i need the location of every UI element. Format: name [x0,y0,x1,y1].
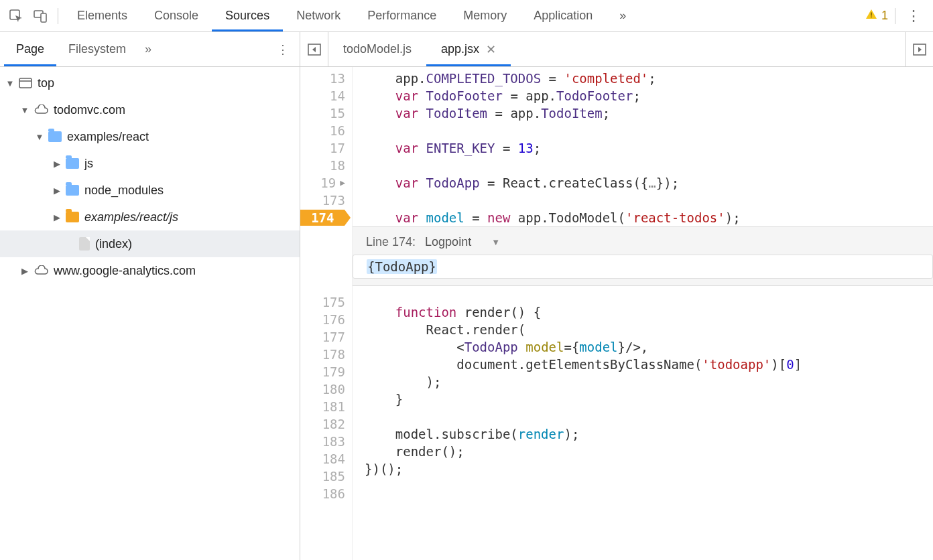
tree-label: www.google-analytics.com [54,264,196,278]
line-number[interactable]: 15 [321,104,345,122]
breakpoint-line-label: Line 174: [366,235,416,249]
line-number[interactable]: 17 [321,139,345,157]
svg-rect-3 [871,13,872,16]
breakpoint-editor: Line 174: Logpoint ▼ {TodoApp} [353,226,933,286]
main-tabs: Elements Console Sources Network Perform… [0,0,933,32]
disclosure-triangle-icon[interactable]: ▶ [52,186,62,196]
tab-elements[interactable]: Elements [64,0,141,31]
line-gutter[interactable]: 13 14 15 16 17 18 19▶ 173 174 175 176 17… [300,67,353,560]
close-icon[interactable]: ✕ [486,42,496,57]
code-editor[interactable]: 13 14 15 16 17 18 19▶ 173 174 175 176 17… [300,67,933,560]
line-number[interactable]: 16 [321,122,345,139]
line-number[interactable]: 18 [321,157,345,174]
folder-icon [66,212,79,222]
tab-console[interactable]: Console [141,0,212,31]
tree-domain[interactable]: ▼ todomvc.com [0,96,300,123]
tab-label: app.jsx [441,42,479,56]
line-number[interactable]: 176 [321,311,345,328]
frame-icon [19,78,32,88]
tab-application[interactable]: Application [520,0,606,31]
tree-label: examples/react/js [84,210,178,224]
breakpoint-type-dropdown[interactable]: Logpoint ▼ [425,235,500,249]
divider [895,8,895,24]
line-number[interactable]: 14 [321,87,345,104]
line-number[interactable]: 175 [321,293,345,311]
tree-label: (index) [95,237,132,251]
tree-label: node_modules [84,184,164,198]
tab-memory[interactable]: Memory [450,0,520,31]
cloud-icon [34,265,48,276]
input-value: {TodoApp} [367,259,437,274]
disclosure-triangle-icon[interactable]: ▶ [20,266,29,276]
nav-back-icon[interactable] [300,32,328,66]
tab-performance[interactable]: Performance [354,0,450,31]
navigator-sidebar: Page Filesystem » ⋮ ▼ top ▼ todomvc.com [0,32,300,560]
line-number[interactable]: 186 [321,485,345,502]
navigator-tabs: Page Filesystem » ⋮ [0,32,300,67]
disclosure-triangle-icon[interactable]: ▼ [35,132,44,142]
device-toggle-icon[interactable] [28,0,52,31]
tree-folder-node-modules[interactable]: ▶ node_modules [0,177,300,204]
chevron-down-icon: ▼ [491,237,500,247]
divider [58,8,58,24]
tab-sources[interactable]: Sources [212,0,283,31]
editor-tab-todomodel[interactable]: todoModel.js [328,32,426,66]
tree-label: todomvc.com [54,103,125,117]
line-number[interactable]: 182 [321,415,345,433]
line-number[interactable]: 184 [321,450,345,468]
cloud-icon [34,104,48,115]
tab-label: todoModel.js [343,42,412,56]
line-number[interactable]: 185 [321,468,345,485]
editor-tab-appjsx[interactable]: app.jsx ✕ [426,32,511,66]
settings-kebab-icon[interactable]: ⋮ [902,7,925,25]
tree-folder-sourcemapped[interactable]: ▶ examples/react/js [0,204,300,230]
folder-icon [48,131,62,142]
editor-tabs: todoModel.js app.jsx ✕ [300,32,933,67]
warning-count-value: 1 [881,9,888,23]
navigator-tabs-overflow[interactable]: » [138,42,158,56]
line-number[interactable]: 178 [321,346,345,363]
line-number[interactable]: 13 [321,70,345,87]
file-tree: ▼ top ▼ todomvc.com ▼ examples/react ▶ [0,67,300,560]
disclosure-triangle-icon[interactable]: ▼ [20,105,29,115]
tree-folder-examples-react[interactable]: ▼ examples/react [0,123,300,150]
folder-icon [66,185,79,196]
line-number[interactable]: 181 [321,398,345,415]
code-body[interactable]: app.COMPLETED_TODOS = 'completed'; var T… [353,67,933,560]
folder-icon [66,158,79,169]
tree-label: js [84,157,93,171]
tree-folder-js[interactable]: ▶ js [0,150,300,177]
warning-icon [865,8,877,23]
logpoint-marker[interactable]: 174 [300,210,351,226]
line-number[interactable]: 180 [321,380,345,398]
file-icon [79,237,90,251]
tree-file-index[interactable]: (index) [0,230,300,257]
svg-rect-4 [871,17,872,18]
disclosure-triangle-icon[interactable]: ▶ [52,212,62,222]
line-number[interactable]: 19 [312,174,336,192]
disclosure-triangle-icon[interactable]: ▶ [52,159,62,169]
logpoint-expression-input[interactable]: {TodoApp} [353,255,933,279]
fold-icon[interactable]: ▶ [340,174,345,192]
warning-count[interactable]: 1 [865,8,888,23]
line-number[interactable]: 179 [321,363,345,380]
inspect-icon[interactable] [4,0,28,31]
line-number: 174 [310,209,334,226]
navigator-tab-page[interactable]: Page [4,32,56,66]
tabs-overflow[interactable]: » [606,0,639,31]
svg-rect-2 [41,13,46,22]
line-number[interactable]: 183 [321,433,345,450]
disclosure-triangle-icon[interactable]: ▼ [5,78,15,88]
editor-pane: todoModel.js app.jsx ✕ 13 14 15 16 17 18… [300,32,933,560]
show-debugger-icon[interactable] [905,32,933,66]
navigator-tab-filesystem[interactable]: Filesystem [56,32,138,66]
tree-label: top [38,76,54,90]
tree-top-frame[interactable]: ▼ top [0,70,300,96]
line-number[interactable]: 173 [321,192,345,209]
dropdown-value: Logpoint [425,235,471,249]
tab-network[interactable]: Network [283,0,354,31]
line-number[interactable]: 177 [321,328,345,346]
svg-rect-5 [19,78,32,88]
tree-domain-ga[interactable]: ▶ www.google-analytics.com [0,257,300,284]
navigator-menu-icon[interactable]: ⋮ [270,42,296,57]
